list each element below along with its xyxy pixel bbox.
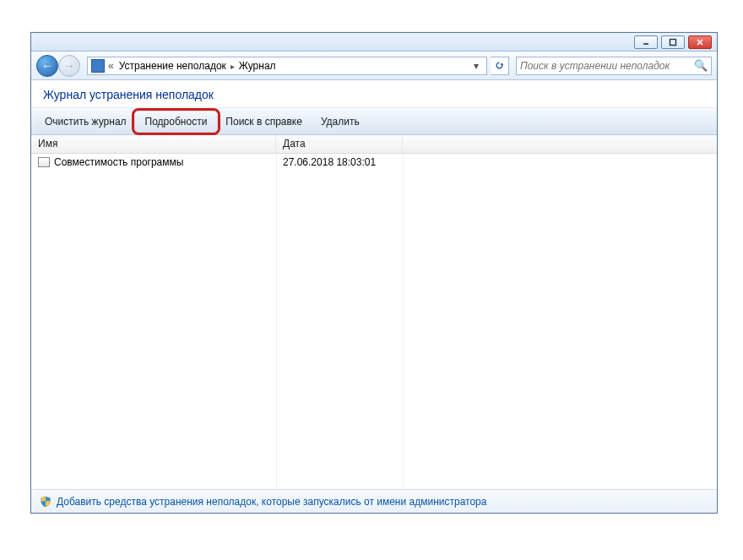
- footer: Добавить средства устранения неполадок, …: [31, 489, 717, 513]
- maximize-button[interactable]: [661, 35, 685, 49]
- column-header-date[interactable]: Дата: [276, 135, 403, 153]
- titlebar: [31, 33, 717, 52]
- list-row[interactable]: Совместимость программы 27.06.2018 18:03…: [31, 154, 717, 171]
- refresh-button[interactable]: [491, 57, 509, 75]
- help-search-button[interactable]: Поиск в справке: [217, 112, 311, 131]
- refresh-icon: [494, 60, 505, 71]
- search-box[interactable]: 🔍: [516, 57, 712, 75]
- address-bar[interactable]: Устранение неполадок Журнал ▾: [87, 57, 487, 75]
- footer-admin-link[interactable]: Добавить средства устранения неполадок, …: [57, 496, 486, 508]
- app-icon: [91, 59, 105, 73]
- clear-log-button[interactable]: Очистить журнал: [36, 112, 135, 131]
- minimize-button[interactable]: [634, 35, 658, 49]
- column-headers: Имя Дата: [31, 135, 717, 154]
- breadcrumb-part[interactable]: Журнал: [239, 60, 276, 72]
- arrow-left-icon: ←: [41, 60, 53, 72]
- row-date: 27.06.2018 18:03:01: [276, 155, 403, 170]
- item-icon: [38, 157, 50, 167]
- delete-button[interactable]: Удалить: [312, 112, 368, 131]
- breadcrumb[interactable]: Устранение неполадок Журнал: [108, 60, 466, 72]
- column-header-name[interactable]: Имя: [31, 135, 276, 153]
- details-button[interactable]: Подробности: [137, 112, 216, 131]
- svg-rect-1: [670, 39, 676, 45]
- page-title: Журнал устранения неполадок: [31, 80, 717, 108]
- breadcrumb-part[interactable]: Устранение неполадок: [119, 60, 226, 72]
- window: ← → Устранение неполадок Журнал ▾ 🔍: [30, 32, 718, 514]
- search-input[interactable]: [520, 60, 694, 72]
- list-body: Совместимость программы 27.06.2018 18:03…: [31, 154, 717, 489]
- toolbar: Очистить журнал Подробности Поиск в спра…: [31, 108, 717, 135]
- navbar: ← → Устранение неполадок Журнал ▾ 🔍: [31, 52, 717, 80]
- nav-forward-button[interactable]: →: [58, 55, 80, 77]
- nav-back-button[interactable]: ←: [36, 55, 58, 77]
- shield-icon: [40, 496, 52, 508]
- search-icon[interactable]: 🔍: [694, 59, 708, 72]
- row-name: Совместимость программы: [54, 156, 183, 168]
- close-button[interactable]: [688, 35, 712, 49]
- arrow-right-icon: →: [63, 60, 75, 72]
- address-dropdown-button[interactable]: ▾: [469, 60, 483, 72]
